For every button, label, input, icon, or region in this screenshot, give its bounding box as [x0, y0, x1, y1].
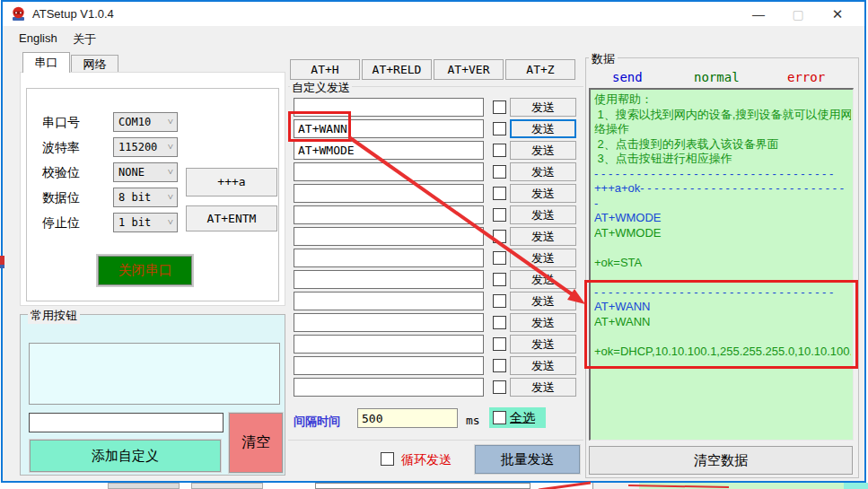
log-line: +ok=STA	[594, 256, 851, 271]
interval-unit-label: ms	[466, 414, 480, 427]
minimize-button[interactable]: —	[739, 4, 778, 25]
send-button[interactable]: 发送	[510, 205, 576, 224]
select-all-checkbox[interactable]	[493, 411, 506, 424]
send-row-checkbox[interactable]	[493, 144, 506, 157]
send-row-checkbox[interactable]	[493, 294, 506, 308]
custom-send-input[interactable]	[294, 356, 484, 375]
send-button[interactable]: 发送	[510, 227, 576, 246]
custom-send-input[interactable]	[294, 141, 484, 160]
menu-item-about[interactable]: 关于	[67, 30, 101, 49]
background-button-fragment	[108, 483, 180, 489]
send-button[interactable]: 发送	[510, 292, 576, 310]
port-select[interactable]: COM10 ˅	[113, 112, 178, 132]
log-line: 3、点击按钮进行相应操作	[594, 152, 851, 167]
send-button[interactable]: 发送	[510, 335, 576, 354]
send-button[interactable]: 发送	[510, 378, 576, 397]
plus-a-button[interactable]: +++a	[186, 168, 277, 196]
send-button[interactable]: 发送	[510, 98, 576, 117]
loop-send-checkbox[interactable]	[381, 452, 394, 466]
databits-select[interactable]: 8 bit ˅	[113, 188, 178, 207]
log-line: 使用帮助：	[594, 92, 851, 108]
send-row-checkbox[interactable]	[493, 122, 506, 135]
send-row-checkbox[interactable]	[493, 165, 506, 179]
clear-common-button[interactable]: 清空	[229, 413, 283, 473]
custom-send-input[interactable]	[294, 313, 484, 332]
legend-send: send	[612, 70, 643, 84]
common-buttons-group: 常用按钮 添加自定义 清空	[20, 314, 285, 476]
log-line: +++a+ok- - - - - - - - - - - - - - - - -…	[594, 181, 851, 196]
stopbits-select[interactable]: 1 bit ˅	[113, 213, 178, 232]
common-buttons-title: 常用按钮	[28, 308, 80, 324]
send-row-checkbox[interactable]	[493, 359, 506, 372]
send-button[interactable]: 发送	[510, 119, 576, 138]
at-h-button[interactable]: AT+H	[290, 59, 360, 80]
interval-input[interactable]	[357, 408, 458, 428]
send-row-checkbox[interactable]	[493, 337, 506, 351]
custom-send-input[interactable]	[294, 162, 484, 181]
background-log-fragment	[639, 483, 844, 489]
send-row-checkbox[interactable]	[493, 251, 506, 265]
screenshot-root: ATSetup V1.0.4 — ▢ ✕ English 关于 串口 网络 串口…	[0, 0, 868, 489]
tab-serial[interactable]: 串口	[22, 52, 70, 73]
title-bar: ATSetup V1.0.4 — ▢ ✕	[3, 2, 864, 26]
log-line	[594, 240, 851, 256]
send-row-checkbox[interactable]	[493, 273, 506, 286]
menu-item-english[interactable]: English	[13, 30, 63, 47]
close-button[interactable]: ✕	[818, 4, 857, 25]
custom-send-input[interactable]	[294, 249, 484, 267]
batch-send-button[interactable]: 批量发送	[475, 445, 580, 474]
background-window-fragment	[0, 256, 4, 268]
parity-select[interactable]: NONE ˅	[113, 162, 178, 182]
send-button[interactable]: 发送	[510, 141, 576, 160]
maximize-button[interactable]: ▢	[778, 4, 818, 25]
send-row-checkbox[interactable]	[493, 100, 506, 114]
chevron-down-icon: ˅	[168, 113, 173, 131]
clear-data-button[interactable]: 清空数据	[589, 446, 853, 475]
serial-tab-page: 串口号 COM10 ˅ 波特率 115200 ˅ 校验位 NONE ˅	[20, 72, 285, 306]
background-panel-fragment	[592, 483, 639, 489]
legend-normal: normal	[694, 70, 740, 84]
custom-send-input[interactable]	[294, 205, 484, 224]
serial-settings-group: 串口号 COM10 ˅ 波特率 115200 ˅ 校验位 NONE ˅	[26, 88, 279, 301]
custom-send-input[interactable]	[294, 335, 484, 354]
custom-send-input[interactable]	[294, 378, 484, 397]
background-input-fragment	[315, 483, 530, 489]
send-row-checkbox[interactable]	[493, 380, 506, 394]
send-button[interactable]: 发送	[510, 356, 576, 375]
custom-send-input[interactable]	[294, 184, 484, 203]
at-ver-button[interactable]: AT+VER	[434, 59, 504, 80]
select-all-label: 全选	[510, 410, 535, 426]
custom-send-input[interactable]	[294, 270, 484, 289]
annotation-box-input	[288, 111, 351, 142]
baud-select[interactable]: 115200 ˅	[113, 137, 178, 157]
send-button[interactable]: 发送	[510, 249, 576, 267]
common-buttons-list[interactable]	[29, 343, 280, 405]
field-row-baud: 波特率 115200 ˅	[27, 137, 278, 157]
custom-send-input[interactable]	[294, 227, 484, 246]
send-row-checkbox[interactable]	[493, 230, 506, 243]
send-button[interactable]: 发送	[510, 270, 576, 289]
close-serial-button[interactable]: 关闭串口	[96, 254, 194, 287]
custom-send-input[interactable]	[294, 292, 484, 310]
send-button[interactable]: 发送	[510, 184, 576, 203]
add-custom-button[interactable]: 添加自定义	[30, 440, 221, 472]
log-line: 络操作	[594, 122, 851, 137]
databits-label: 数据位	[42, 190, 80, 206]
select-all-wrap: 全选	[489, 407, 546, 428]
interval-label: 间隔时间	[294, 414, 340, 430]
tab-network[interactable]: 网络	[71, 55, 118, 73]
chevron-down-icon: ˅	[168, 214, 173, 231]
send-row-checkbox[interactable]	[493, 316, 506, 329]
at-entm-button[interactable]: AT+ENTM	[186, 205, 277, 231]
parity-value: NONE	[118, 166, 145, 179]
at-reld-button[interactable]: AT+RELD	[362, 59, 432, 80]
at-z-button[interactable]: AT+Z	[505, 59, 575, 80]
send-row-checkbox[interactable]	[493, 187, 506, 200]
data-log-area[interactable]: 使用帮助： 1、搜索以找到网内的设备,搜到设备就可以使用网络操作 2、点击搜到的…	[589, 88, 854, 441]
send-button[interactable]: 发送	[510, 313, 576, 332]
send-button[interactable]: 发送	[510, 162, 576, 181]
send-row-checkbox[interactable]	[493, 208, 506, 222]
new-custom-command-input[interactable]	[29, 413, 224, 432]
baud-label: 波特率	[42, 140, 80, 156]
parity-label: 校验位	[42, 165, 80, 181]
